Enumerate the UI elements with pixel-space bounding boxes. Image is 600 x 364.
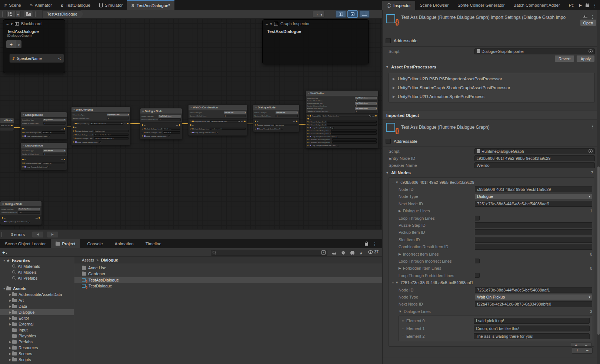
bottom-tab-animation[interactable]: Animation [108, 239, 139, 248]
value-port[interactable] [307, 145, 309, 146]
graph-node-dialoguenode-0[interactable]: DialogueNodeDefault Line TypeSay One Lin… [20, 112, 67, 139]
expander-icon[interactable]: ▼ [2, 259, 6, 262]
tree-item-dialogue[interactable]: ▶Dialogue [0, 309, 74, 315]
param-value-field[interactable]: 1 [276, 115, 298, 117]
lock-icon[interactable] [365, 243, 368, 246]
remove-node-button[interactable]: − [582, 348, 592, 353]
bottom-tab-timeline[interactable]: Timeline [139, 239, 166, 248]
field-checkbox[interactable] [475, 216, 480, 220]
tree-item-resources[interactable]: ▶Resources [0, 345, 74, 351]
expander-icon[interactable]: ▶ [8, 293, 12, 296]
loop-checkbox[interactable] [49, 166, 50, 168]
value-port[interactable] [190, 132, 191, 133]
param-enum-dropdown[interactable]: Say Multiple Lines [18, 208, 40, 210]
dialogue-line-field[interactable] [327, 121, 377, 123]
node-header[interactable]: DialogueNode [140, 108, 182, 114]
expander-icon[interactable]: ▶ [8, 358, 12, 361]
value-port[interactable] [190, 128, 191, 129]
file-row-testdialogue[interactable]: TestDialogue [74, 283, 382, 289]
revert-button[interactable]: Revert [554, 55, 574, 62]
node-collapse-icon[interactable] [2, 203, 4, 205]
value-port[interactable] [73, 134, 74, 135]
input-port[interactable] [255, 121, 256, 122]
tree-item-assets[interactable]: ▼Assets [0, 286, 74, 291]
value-port[interactable] [307, 142, 309, 143]
node-header[interactable]: DialogueNode [0, 201, 41, 207]
dialogue-line-field[interactable]: I need my meat :( [210, 128, 246, 130]
bottom-tab-scene-object-locator[interactable]: Scene Object Locator [0, 239, 51, 248]
param-enum-dropdown[interactable]: Say Multiple Lines [355, 97, 377, 100]
value-port[interactable] [22, 135, 24, 137]
graph-node-partial[interactable]: rtNode nterLane out [0, 118, 14, 131]
value-port[interactable] [73, 141, 74, 143]
dialogue-line-field[interactable]: Nice, that's it [274, 124, 297, 126]
eye-icon[interactable] [368, 250, 373, 254]
file-row-anne-lise[interactable]: Anne Lise [74, 265, 382, 271]
graph-view-frame-button[interactable] [347, 10, 358, 18]
field-value[interactable] [475, 237, 592, 243]
tree-item-all-models[interactable]: All Models [0, 269, 74, 275]
collapse-icon[interactable] [270, 21, 272, 26]
postprocessor-row[interactable]: ▶UnityEditor.U2D.PSD.PSDImporterAssetPos… [389, 74, 594, 83]
loop-checkbox[interactable] [168, 135, 170, 137]
expander-icon[interactable]: ▶ [8, 317, 12, 320]
dialogue-line-field[interactable]: I said pick it up! [94, 130, 129, 132]
panel-menu-icon[interactable] [373, 240, 377, 247]
input-port[interactable] [2, 217, 3, 219]
output-port[interactable] [375, 115, 377, 117]
node-header[interactable]: WaitOnCombination [189, 105, 247, 110]
add-property-dropdown[interactable] [16, 40, 21, 48]
value-port[interactable] [142, 132, 143, 133]
field-speaker-name[interactable]: Weirdo [474, 162, 595, 168]
loop-checkbox[interactable] [281, 128, 283, 130]
script-field[interactable]: DialogueGraphImporter [474, 48, 595, 54]
graph-node-dialoguenode-3[interactable]: DialogueNodeDefault Line TypeSay Multipl… [140, 108, 182, 139]
tree-item-editor[interactable]: ▶Editor [0, 315, 74, 321]
input-port[interactable] [307, 118, 309, 119]
param-value-field[interactable]: 1 [224, 115, 246, 117]
editor-tab-animator[interactable]: Animator [26, 0, 56, 10]
tree-item-input[interactable]: Input [0, 327, 74, 333]
foldout-dialogue-lines[interactable]: ▼Dialogue Lines3 [389, 308, 594, 315]
editor-tab-scene[interactable]: Scene [0, 0, 26, 10]
save-button[interactable] [6, 11, 15, 18]
param-enum-dropdown[interactable]: Say Multiple Lines [355, 102, 377, 105]
input-port[interactable] [73, 127, 74, 128]
node-header[interactable]: DialogueNode [21, 112, 67, 118]
param-enum-dropdown[interactable]: Say One Line [276, 111, 298, 114]
value-port[interactable] [73, 130, 74, 132]
node-collapse-icon[interactable] [308, 92, 309, 95]
bottom-tab-console[interactable]: Console [80, 239, 107, 248]
editor-tab-testdialogue[interactable]: TestDialogue [56, 0, 95, 10]
element-value-field[interactable]: Cmon, don't be like this! [474, 326, 590, 331]
input-port[interactable] [190, 124, 191, 126]
object-picker-icon[interactable] [589, 49, 593, 53]
loop-checkbox[interactable] [49, 135, 50, 137]
drag-handle-icon[interactable]: = [400, 319, 406, 323]
value-port[interactable] [22, 162, 24, 164]
field-script[interactable]: RuntimeDialogueGraph [474, 148, 595, 154]
loop-checkbox[interactable] [336, 136, 338, 138]
field-value[interactable]: 7251e73e-38d3-44ff-a8c5-bcf54088aaf1 [475, 287, 592, 293]
loop-checkbox[interactable] [337, 145, 339, 146]
param-value-field[interactable]: 2 [355, 110, 377, 112]
dialogue-line-field[interactable]: Ohhhh yes, [163, 128, 180, 130]
inspector-tab-sprite-collider-generator[interactable]: Sprite Collider Generator [453, 0, 509, 10]
object-picker-icon[interactable] [589, 149, 593, 153]
output-port[interactable] [179, 124, 180, 126]
drag-handle-icon[interactable]: = [392, 281, 393, 284]
drag-handle-icon[interactable] [266, 21, 268, 26]
tree-item-scripts[interactable]: ▶Scripts [0, 357, 74, 363]
loop-checkbox[interactable] [28, 221, 30, 223]
collapse-icon[interactable] [11, 21, 13, 26]
graph-inspector-panel[interactable]: Graph Inspector TestAssDialogue [262, 19, 369, 64]
node-collapse-icon[interactable] [255, 106, 257, 109]
editor-tab-simulator[interactable]: Simulator [95, 0, 127, 10]
value-port[interactable] [142, 128, 143, 129]
input-port[interactable] [22, 128, 24, 129]
blackboard-property-speakername[interactable]: SpeakerName < [9, 54, 64, 63]
param-enum-dropdown[interactable]: Say Multiple Lines [355, 107, 377, 110]
inspector-tab-batch-component-adder[interactable]: Batch Component Adder [509, 0, 564, 10]
value-port[interactable] [307, 136, 309, 137]
value-port[interactable] [307, 130, 309, 131]
